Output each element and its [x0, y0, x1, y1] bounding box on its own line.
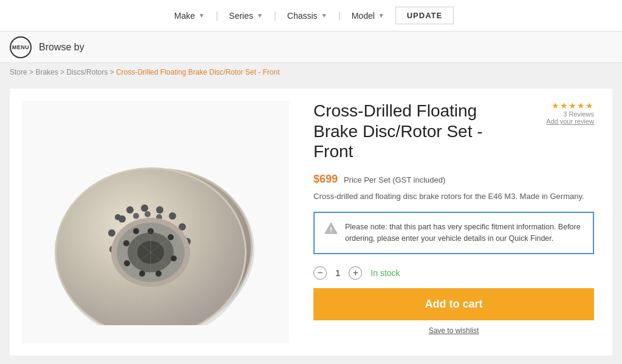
- sep1: |: [216, 10, 218, 21]
- svg-point-70: [124, 260, 130, 266]
- product-header: Cross-Drilled Floating Brake Disc/Rotor …: [313, 101, 594, 168]
- make-dropdown[interactable]: Make ▼: [168, 7, 211, 24]
- update-button[interactable]: UPDATE: [395, 7, 454, 24]
- svg-point-71: [123, 240, 129, 246]
- make-label: Make: [174, 11, 195, 21]
- series-dropdown[interactable]: Series ▼: [223, 7, 269, 24]
- review-count: 3 Reviews: [563, 110, 594, 118]
- series-label: Series: [229, 11, 253, 21]
- breadcrumb: Store > Brakes > Discs/Rotors > Cross-Dr…: [0, 63, 622, 81]
- breadcrumb-brakes[interactable]: Brakes: [35, 68, 58, 76]
- chassis-chevron-icon: ▼: [321, 12, 327, 19]
- breadcrumb-store[interactable]: Store: [10, 68, 27, 76]
- chassis-dropdown[interactable]: Chassis ▼: [281, 7, 333, 24]
- product-image: [34, 113, 277, 331]
- quantity-increase-button[interactable]: +: [349, 266, 362, 280]
- browse-by-label: Browse by: [39, 42, 84, 53]
- sep2: |: [274, 10, 276, 21]
- product-description: Cross-drilled and floating disc brake ro…: [313, 190, 594, 203]
- breadcrumb-current: Cross-Drilled Floating Brake Disc/Rotor …: [116, 68, 279, 76]
- svg-point-33: [108, 229, 115, 237]
- svg-point-68: [156, 271, 162, 277]
- svg-text:!: !: [330, 226, 332, 234]
- reviews-section: ★★★★★ 3 Reviews Add your review: [533, 101, 594, 125]
- save-to-wishlist-link[interactable]: Save to wishlist: [313, 326, 594, 335]
- svg-point-69: [139, 271, 145, 277]
- svg-point-44: [156, 206, 163, 214]
- top-nav: Make ▼ | Series ▼ | Chassis ▼ | Model ▼ …: [0, 0, 622, 32]
- product-details: Cross-Drilled Floating Brake Disc/Rotor …: [307, 101, 600, 343]
- add-review-link[interactable]: Add your review: [546, 118, 594, 125]
- main-content: Cross-Drilled Floating Brake Disc/Rotor …: [10, 89, 612, 356]
- svg-point-45: [141, 204, 148, 212]
- series-chevron-icon: ▼: [257, 12, 263, 19]
- breadcrumb-discs[interactable]: Discs/Rotors: [66, 68, 108, 76]
- model-label: Model: [352, 11, 375, 21]
- quantity-decrease-button[interactable]: −: [313, 266, 327, 280]
- product-title: Cross-Drilled Floating Brake Disc/Rotor …: [313, 101, 520, 162]
- warning-icon: !: [324, 221, 338, 235]
- svg-point-43: [169, 212, 176, 220]
- product-image-area: [22, 101, 289, 343]
- model-dropdown[interactable]: Model ▼: [346, 7, 391, 24]
- fitment-text: Please note: that this part has very spe…: [345, 221, 583, 244]
- svg-point-67: [171, 255, 177, 261]
- svg-point-60: [133, 213, 139, 219]
- menu-button[interactable]: MENU: [10, 36, 32, 58]
- stock-status: In stock: [371, 268, 400, 278]
- sep3: |: [338, 10, 341, 21]
- chassis-label: Chassis: [287, 11, 318, 21]
- filter-dropdowns: Make ▼ | Series ▼ | Chassis ▼ | Model ▼ …: [168, 7, 454, 24]
- brake-rotor-svg: [40, 119, 271, 325]
- svg-point-47: [115, 214, 121, 220]
- price-row: $699 Price Per Set (GST included): [313, 173, 594, 186]
- quantity-row: − 1 + In stock: [313, 266, 594, 280]
- svg-point-46: [126, 206, 134, 214]
- quantity-value: 1: [335, 268, 340, 278]
- browse-bar: MENU Browse by: [0, 32, 622, 63]
- price-note: Price Per Set (GST included): [344, 175, 445, 184]
- add-to-cart-button[interactable]: Add to cart: [313, 288, 594, 320]
- make-chevron-icon: ▼: [199, 12, 205, 19]
- fitment-notice: ! Please note: that this part has very s…: [313, 212, 594, 254]
- svg-point-72: [133, 228, 139, 234]
- model-chevron-icon: ▼: [378, 12, 384, 19]
- triangle-warning-icon: !: [324, 221, 338, 235]
- svg-point-59: [145, 211, 151, 217]
- product-price: $699: [313, 173, 338, 185]
- star-rating: ★★★★★: [552, 101, 594, 110]
